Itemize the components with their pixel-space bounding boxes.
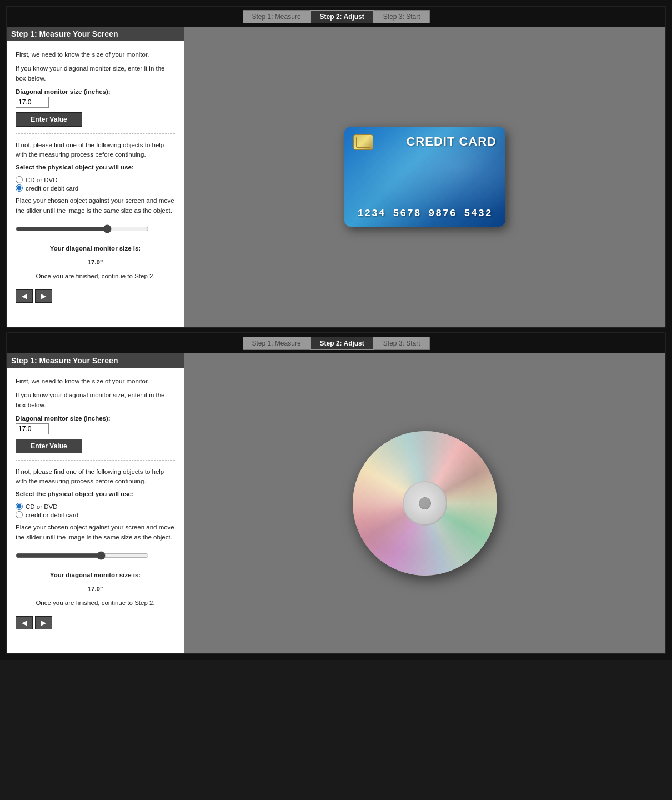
diagonal-input-2[interactable]: [16, 423, 49, 434]
sidebar-title-2: Step 1: Measure Your Screen: [7, 353, 184, 368]
select-label-1: Select the physical object you will use:: [16, 164, 175, 171]
place-text-1: Place your chosen object against your sc…: [16, 196, 175, 216]
card-top-row: CREDIT CARD: [353, 134, 497, 150]
enter-value-button-1[interactable]: Enter Value: [16, 112, 82, 127]
select-label-2: Select the physical object you will use:: [16, 491, 175, 497]
next-arrow-1[interactable]: ▶: [35, 289, 52, 303]
intro-text-4: If you know your diagonal monitor size, …: [16, 391, 175, 410]
radio-cd-item-2[interactable]: CD or DVD: [16, 503, 175, 510]
app-wrapper: Step 1: Measure Step 2: Adjust Step 3: S…: [0, 0, 672, 660]
radio-card-1[interactable]: [16, 184, 23, 192]
intro-text-2: If you know your diagonal monitor size, …: [16, 64, 175, 83]
step-nav-2: Step 1: Measure Step 2: Adjust Step 3: S…: [7, 333, 665, 353]
prev-arrow-1[interactable]: ◀: [16, 289, 33, 303]
sidebar-title-1: Step 1: Measure Your Screen: [7, 27, 184, 41]
cd-disc: [353, 431, 497, 576]
continue-text-2: Once you are finished, continue to Step …: [16, 598, 175, 608]
result-label-2: Your diagonal monitor size is:: [16, 571, 175, 580]
step3-start-btn-2[interactable]: Step 3: Start: [374, 337, 430, 350]
radio-cd-1[interactable]: [16, 176, 23, 183]
size-slider-1[interactable]: [16, 224, 149, 233]
result-value-2: 17.0": [16, 584, 175, 594]
diagonal-label: Diagonal monitor size (inches):: [16, 88, 111, 95]
nav-arrows-2: ◀ ▶: [16, 616, 175, 629]
step2-adjust-btn-2[interactable]: Step 2: Adjust: [310, 337, 374, 350]
nav-arrows-1: ◀ ▶: [16, 289, 175, 303]
slider-container-1[interactable]: [16, 224, 175, 235]
divider-2: [16, 460, 175, 461]
step1-measure-btn[interactable]: Step 1: Measure: [243, 10, 310, 23]
step3-start-btn[interactable]: Step 3: Start: [374, 10, 430, 23]
result-label-1: Your diagonal monitor size is:: [16, 244, 175, 253]
place-text-2: Place your chosen object against your sc…: [16, 523, 175, 542]
prev-arrow-2[interactable]: ◀: [16, 616, 33, 629]
radio-card-label-1: credit or debit card: [26, 185, 78, 192]
intro-text-1: First, we need to know the size of your …: [16, 50, 175, 59]
radio-group-1: CD or DVD credit or debit card: [16, 176, 175, 192]
radio-card-item-1[interactable]: credit or debit card: [16, 184, 175, 192]
alt-text-1: If not, please find one of the following…: [16, 141, 175, 160]
diagonal-row: Diagonal monitor size (inches):: [16, 88, 175, 108]
radio-card-label-2: credit or debit card: [26, 512, 78, 518]
size-slider-2[interactable]: [16, 551, 149, 560]
radio-card-item-2[interactable]: credit or debit card: [16, 511, 175, 518]
card-number: 1234 5678 9876 5432: [353, 208, 497, 219]
result-value-1: 17.0": [16, 258, 175, 267]
step2-adjust-btn[interactable]: Step 2: Adjust: [310, 10, 374, 23]
diagonal-label-2: Diagonal monitor size (inches):: [16, 415, 111, 422]
panel-2: Step 1: Measure Step 2: Adjust Step 3: S…: [6, 332, 666, 654]
radio-cd-2[interactable]: [16, 503, 23, 510]
content-area-2: Step 1: Measure Your Screen First, we ne…: [7, 353, 665, 653]
enter-value-button-2[interactable]: Enter Value: [16, 439, 82, 453]
card-chip-icon: [353, 134, 373, 150]
alt-text-2: If not, please find one of the following…: [16, 467, 175, 487]
divider-1: [16, 133, 175, 134]
slider-container-2[interactable]: [16, 551, 175, 562]
sidebar-2: Step 1: Measure Your Screen First, we ne…: [7, 353, 184, 653]
display-area-2: [184, 353, 665, 653]
credit-card: CREDIT CARD 1234 5678 9876 5432: [344, 127, 505, 227]
sidebar-1: Step 1: Measure Your Screen First, we ne…: [7, 27, 184, 327]
card-title: CREDIT CARD: [406, 134, 497, 149]
panel-1: Step 1: Measure Step 2: Adjust Step 3: S…: [6, 6, 666, 328]
radio-cd-label-1: CD or DVD: [26, 177, 58, 183]
cd-inner: [403, 481, 447, 526]
step-nav-1: Step 1: Measure Step 2: Adjust Step 3: S…: [7, 7, 665, 27]
content-area-1: Step 1: Measure Your Screen First, we ne…: [7, 27, 665, 327]
step1-measure-btn-2[interactable]: Step 1: Measure: [243, 337, 310, 350]
continue-text-1: Once you are finished, continue to Step …: [16, 272, 175, 281]
radio-group-2: CD or DVD credit or debit card: [16, 503, 175, 518]
intro-text-3: First, we need to know the size of your …: [16, 377, 175, 386]
diagonal-row-2: Diagonal monitor size (inches):: [16, 414, 175, 434]
radio-cd-item-1[interactable]: CD or DVD: [16, 176, 175, 183]
diagonal-input[interactable]: [16, 97, 49, 108]
cd-hole: [419, 497, 431, 509]
radio-cd-label-2: CD or DVD: [26, 503, 58, 510]
next-arrow-2[interactable]: ▶: [35, 616, 52, 629]
display-area-1: CREDIT CARD 1234 5678 9876 5432: [184, 27, 665, 327]
radio-card-2[interactable]: [16, 511, 23, 518]
